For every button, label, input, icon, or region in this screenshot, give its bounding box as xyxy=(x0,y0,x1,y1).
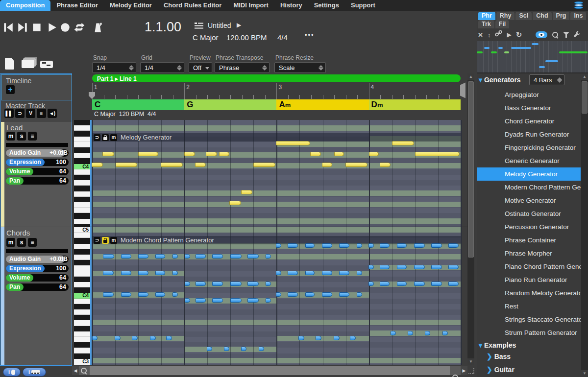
list-scroll-up-button[interactable]: ▲ xyxy=(581,73,588,80)
menu-tab-phrase-editor[interactable]: Phrase Editor xyxy=(50,0,104,11)
generator-item-dyads-run-generator[interactable]: Dyads Run Generator xyxy=(477,128,581,141)
song-title-arrow-icon[interactable]: ▶ xyxy=(237,22,241,28)
song-list-icon[interactable] xyxy=(195,22,203,29)
black-key[interactable] xyxy=(74,158,90,164)
scroll-down-button[interactable]: ▼ xyxy=(467,358,474,365)
param-row-pan[interactable]: Pan64 xyxy=(6,283,69,291)
phrase-transpose-dropdown[interactable]: Phrase xyxy=(215,62,270,73)
generator-item-bass-generator[interactable]: Bass Generator xyxy=(477,101,581,115)
expand-all-icon[interactable]: ↕ xyxy=(488,31,491,39)
chord-note[interactable] xyxy=(121,254,131,259)
chord-note[interactable] xyxy=(414,265,425,269)
melody-note[interactable] xyxy=(116,163,137,167)
solo-button[interactable]: s xyxy=(17,132,26,141)
scroll-thumb[interactable] xyxy=(468,81,474,258)
chord-note[interactable] xyxy=(185,282,190,286)
chord-note[interactable] xyxy=(357,243,362,248)
black-key[interactable] xyxy=(74,260,90,265)
chord-note[interactable] xyxy=(212,254,223,259)
black-key[interactable] xyxy=(74,147,90,153)
menu-tab-midi-import[interactable]: MIDI Import xyxy=(227,0,274,11)
phrase-header-melody-generator[interactable]: ⊃mMelody Generator xyxy=(92,133,461,141)
add-part-button[interactable]: + xyxy=(6,85,15,94)
time-signature-display[interactable]: 4/4 xyxy=(277,33,288,42)
chord-note[interactable] xyxy=(448,243,459,248)
generator-item-modern-chord-pattern-generator[interactable]: Modern Chord Pattern Generator xyxy=(477,181,581,194)
black-key[interactable] xyxy=(74,277,90,282)
scroll-right-button[interactable]: ▶ xyxy=(461,366,467,375)
chord-note[interactable] xyxy=(207,347,212,351)
melody-note[interactable] xyxy=(92,163,103,167)
chord-note[interactable] xyxy=(322,271,332,275)
param-row-audio-gain[interactable]: Audio Gain+0.0dB xyxy=(6,149,69,157)
melody-note[interactable] xyxy=(241,190,252,194)
tab-phr[interactable]: Phr xyxy=(478,12,495,20)
more-options-button[interactable]: ••• xyxy=(305,31,315,39)
tab-chd[interactable]: Chd xyxy=(533,12,551,20)
chord-note[interactable] xyxy=(425,331,430,335)
list-scroll-down-button[interactable]: ▼ xyxy=(581,370,588,377)
list-scroll-thumb[interactable] xyxy=(582,81,588,114)
white-key[interactable] xyxy=(74,348,90,353)
skip-to-end-button[interactable] xyxy=(17,22,28,33)
melody-note[interactable] xyxy=(138,152,158,156)
part-bar[interactable]: Part 1 ▸ Line 1 xyxy=(92,74,461,82)
white-key[interactable] xyxy=(74,309,90,315)
collapse-all-icon[interactable]: ✕ xyxy=(478,31,483,39)
chord-note[interactable] xyxy=(368,265,374,269)
chord-note[interactable] xyxy=(397,265,407,269)
example-item-guitar[interactable]: ❯ Guitar xyxy=(487,366,514,374)
chord-note[interactable] xyxy=(357,271,362,275)
chord-note[interactable] xyxy=(247,254,259,259)
melody-note[interactable] xyxy=(206,152,217,156)
white-key[interactable] xyxy=(74,125,90,131)
melody-note[interactable] xyxy=(380,163,391,167)
menu-tab-support[interactable]: Support xyxy=(345,0,381,11)
refresh-icon[interactable]: ↻ xyxy=(516,30,522,39)
list-vertical-scrollbar[interactable]: ▲ ▼ xyxy=(581,73,588,377)
chord-note[interactable] xyxy=(276,243,281,248)
white-key-c4[interactable]: C4 xyxy=(74,293,90,298)
examples-header[interactable]: ▾ Examples xyxy=(479,341,516,349)
phrase-roll-icon[interactable] xyxy=(40,61,53,68)
menu-tab-history[interactable]: History xyxy=(274,0,308,11)
roll-vertical-scrollbar[interactable]: ▲ ▼ xyxy=(467,73,474,365)
chord-note[interactable] xyxy=(150,336,156,340)
chord-note[interactable] xyxy=(288,243,298,248)
phrase-resize-spinner[interactable] xyxy=(318,64,324,71)
menu-tab-melody-editor[interactable]: Melody Editor xyxy=(104,0,158,11)
chord-note[interactable] xyxy=(322,243,332,248)
tab-rhy[interactable]: Rhy xyxy=(496,12,515,20)
example-item-bass[interactable]: ❯ Bass xyxy=(487,353,511,360)
preview-play-icon[interactable]: ▶ xyxy=(507,31,511,38)
chord-note[interactable] xyxy=(380,282,390,286)
white-key[interactable] xyxy=(74,244,90,249)
white-key[interactable] xyxy=(74,219,90,224)
chord-note[interactable] xyxy=(305,292,315,297)
white-key[interactable] xyxy=(74,233,90,238)
skip-to-start-button[interactable] xyxy=(2,22,14,33)
melody-note[interactable] xyxy=(195,163,206,167)
white-key[interactable] xyxy=(74,153,90,158)
scroll-track-thumb[interactable] xyxy=(90,366,450,375)
scroll-up-button[interactable]: ▲ xyxy=(467,73,474,80)
white-key[interactable] xyxy=(74,142,90,147)
menu-icon[interactable]: ≡ xyxy=(37,109,46,118)
melody-note[interactable] xyxy=(184,152,195,156)
param-row-volume[interactable]: Volume64 xyxy=(6,274,69,282)
chord-note[interactable] xyxy=(132,336,138,340)
bars-spinbox[interactable]: 4 Bars xyxy=(529,74,564,85)
chord-note[interactable] xyxy=(155,271,165,275)
chord-note[interactable] xyxy=(380,265,390,269)
chord-note[interactable] xyxy=(431,282,442,286)
white-key[interactable] xyxy=(74,191,90,197)
white-key[interactable] xyxy=(74,180,90,186)
generator-item-phrase-container[interactable]: Phrase Container xyxy=(477,234,581,247)
chord-block-dm[interactable]: Dm xyxy=(369,99,461,110)
mute-phrase-icon[interactable]: m xyxy=(110,134,117,141)
chord-note[interactable] xyxy=(298,336,304,340)
bpm-display[interactable]: 120.00 BPM xyxy=(226,33,267,42)
melody-note[interactable] xyxy=(310,152,321,156)
white-key[interactable] xyxy=(74,208,90,213)
black-key[interactable] xyxy=(74,353,90,359)
